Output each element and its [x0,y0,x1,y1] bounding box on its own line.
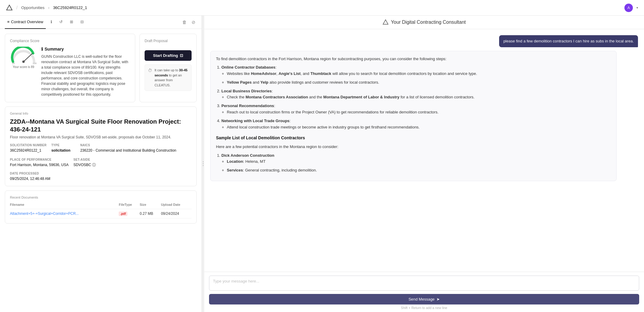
left-content: Compliance Score [0,29,202,312]
info-type: TYPE solicitation [51,144,75,153]
sample-list-intro: Here are a few potential contractors in … [216,144,611,150]
gauge-label: Your score is 89 [13,65,34,69]
app-logo [6,5,13,11]
avatar[interactable]: A [624,4,633,12]
send-message-button[interactable]: Send Message ➤ [209,294,639,304]
start-drafting-label: Start Drafting [153,53,178,58]
info-place-of-performance: PLACE OF PERFORMANCE Fort Harrison, Mont… [10,158,69,168]
tab-refresh[interactable]: ↺ [57,16,65,29]
general-info-label: General Info [10,112,192,115]
step-3: Personal Recommendations: Reach out to l… [221,103,611,116]
contractor-1: Dick Anderson Construction Location: Hel… [221,153,611,174]
doc-filename[interactable]: Attachment+5+-+Surgical+Corridor+PCR... [10,209,119,218]
steps-list: Online Contractor Databases: Websites li… [216,64,611,130]
date-processed-label: DATE PROCESSED [10,172,192,175]
user-message: please find a few demolition contractors… [499,35,638,47]
date-processed-value: 09/25/2024, 12:46:48 AM [10,176,192,181]
tab-edit[interactable]: ⊟ [78,16,86,29]
refresh-icon: ↺ [59,20,63,24]
step-1-bullet-1: Websites like HomeAdvisor, Angie's List,… [227,71,611,77]
breadcrumb-opportunities[interactable]: Opportunities [21,5,44,10]
sample-list-title: Sample List of Local Demolition Contract… [216,134,611,141]
send-icon: ➤ [436,297,440,301]
step-2-bullet-1: Check the Montana Contractors Associatio… [227,94,611,100]
drafting-icon: ⊡ [180,53,183,58]
info-set-aside: SET-ASIDE SDVOSBC ⓘ [73,158,98,168]
info-grid: SOLICITATION NUMBER 36C25924R0122_1 TYPE… [10,144,192,168]
panel-divider[interactable]: • • • [202,16,204,312]
contractor-1-services: Services: General contracting, including… [227,167,611,174]
col-filename: Filename [10,202,119,209]
chat-input-area: Send Message ➤ Shift + Return to add a n… [204,272,644,312]
contract-overview-icon: ≡ [7,20,10,24]
doc-filetype: .pdf [119,209,139,218]
tab-info[interactable]: ℹ [48,16,55,29]
project-title: Z2DA--Montana VA Surgical Suite Floor Re… [10,118,192,133]
right-panel-logo [383,19,389,25]
step-3-bullet-1: Reach out to local construction firms or… [227,109,611,116]
compliance-card-title: Compliance Score [10,39,130,43]
draft-proposal-card: Draft Proposal Start Drafting ⊡ ⏱ It can… [139,34,197,102]
right-header: Your Digital Contracting Consultant [204,16,644,29]
tab-contract-overview-label: Contract Overview [11,20,43,24]
start-drafting-button[interactable]: Start Drafting ⊡ [145,50,192,61]
assistant-intro: To find demolition contractors in the Fo… [216,56,611,62]
col-size: Size [140,202,161,209]
docs-table: Filename FileType Size Upload Date Attac… [10,202,192,218]
compliance-score-card: Compliance Score [5,34,135,102]
compliance-gauge: 20 100 Your score is 89 [10,47,37,69]
edit-icon: ⊟ [80,20,84,24]
svg-text:100: 100 [33,62,37,64]
info-solicitation-number: SOLICITATION NUMBER 36C25924R0122_1 [10,144,46,153]
right-panel-title: Your Digital Contracting Consultant [391,20,466,25]
chat-area: please find a few demolition contractors… [204,29,644,272]
project-subtitle: Floor renovation at Montana VA Surgical … [10,135,192,139]
svg-line-0 [23,54,32,62]
step-4-bullet-1: Attend local construction trade meetings… [227,124,611,131]
gauge-svg: 20 100 [10,47,37,64]
svg-point-1 [22,60,25,63]
left-panel: ≡ Contract Overview ℹ ↺ ⊞ ⊟ 🗑 ⊘ [0,16,202,312]
send-button-label: Send Message [408,297,435,301]
recent-docs-card: Recent Documents Filename FileType Size … [5,190,197,224]
draft-card-title: Draft Proposal [145,39,192,43]
svg-text:20: 20 [12,62,15,64]
summary-title: ℹ Summary [41,47,130,51]
summary-text: GUNN Construction LLC is well-suited for… [41,54,130,97]
chat-input[interactable] [209,276,639,291]
nav-arrow: › [48,5,49,10]
tab-layers[interactable]: ⊞ [67,16,76,29]
top-nav: / Opportunities › 36C25924R0122_1 A ▾ [0,0,644,16]
general-info-card: General Info Z2DA--Montana VA Surgical S… [5,107,197,186]
chevron-down-icon[interactable]: ▾ [636,6,638,9]
right-panel: Your Digital Contracting Consultant plea… [204,16,644,312]
info-naics: NAICS 236220 - Commercial and Institutio… [80,144,176,153]
step-4: Networking with Local Trade Groups: Atte… [221,118,611,131]
summary-info-icon: ℹ [41,47,43,51]
nav-separator: / [16,5,17,11]
col-filetype: FileType [119,202,139,209]
table-row: Attachment+5+-+Surgical+Corridor+PCR... … [10,209,192,218]
delete-icon[interactable]: 🗑 [181,18,188,26]
chat-hint: Shift + Return to add a new line [209,306,639,310]
draft-hint: ⏱ It can take up to 30-45 seconds to get… [145,64,192,91]
clock-icon: ⏱ [148,68,152,73]
doc-size: 0.27 MB [140,209,161,218]
archive-icon[interactable]: ⊘ [190,18,197,26]
tab-contract-overview[interactable]: ≡ Contract Overview [5,16,46,29]
contractor-1-location: Location: Helena, MT [227,159,611,165]
recent-docs-label: Recent Documents [10,196,192,199]
info-icon: ℹ [51,20,52,24]
step-2: Local Business Directories: Check the Mo… [221,88,611,101]
draft-hint-text: It can take up to 30-45 seconds to get a… [155,68,188,88]
col-upload-date: Upload Date [161,202,192,209]
step-1: Online Contractor Databases: Websites li… [221,64,611,85]
contractors-list: Dick Anderson Construction Location: Hel… [216,153,611,174]
step-1-bullet-2: Yellow Pages and Yelp also provide listi… [227,79,611,86]
tab-bar: ≡ Contract Overview ℹ ↺ ⊞ ⊟ 🗑 ⊘ [0,16,202,29]
doc-upload-date: 09/24/2024 [161,209,192,218]
assistant-message: To find demolition contractors in the Fo… [210,51,617,181]
breadcrumb-current: 36C25924R0122_1 [53,5,87,10]
layers-icon: ⊞ [70,20,73,24]
